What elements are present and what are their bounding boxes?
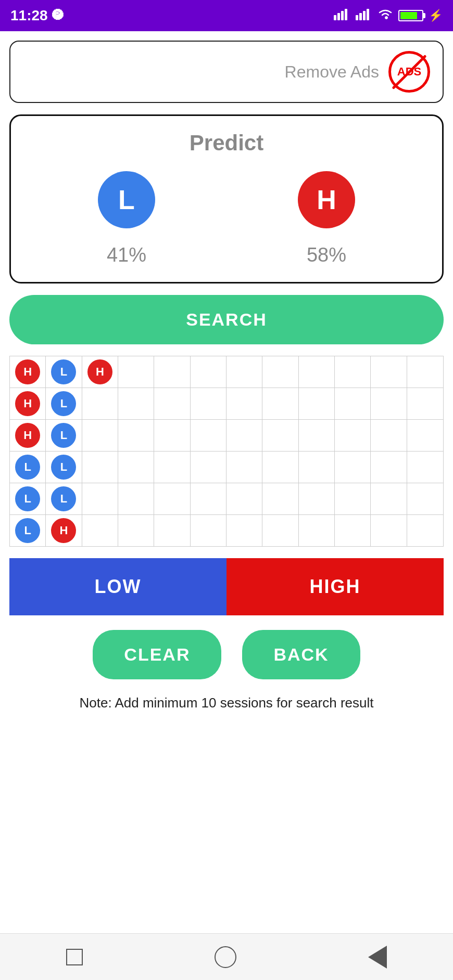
grid-cell[interactable]: [191, 420, 227, 451]
grid-cell[interactable]: H: [46, 515, 82, 546]
remove-ads-banner[interactable]: Remove Ads ADS: [9, 41, 444, 103]
time-display: 11:28: [10, 7, 48, 24]
grid-cell[interactable]: [371, 452, 407, 483]
grid-cell[interactable]: [82, 452, 118, 483]
nav-back-button[interactable]: [368, 946, 387, 969]
grid-cell[interactable]: [191, 515, 227, 546]
high-button[interactable]: HIGH: [227, 558, 444, 615]
grid-cell[interactable]: [191, 452, 227, 483]
grid-cell[interactable]: [118, 356, 154, 388]
grid-row[interactable]: HL: [10, 388, 443, 420]
grid-cell[interactable]: [335, 388, 371, 419]
grid-cell[interactable]: [227, 515, 262, 546]
grid-cell[interactable]: [118, 483, 154, 514]
grid-cell[interactable]: L: [46, 483, 82, 514]
grid-cell[interactable]: [82, 483, 118, 514]
ads-badge[interactable]: ADS: [388, 51, 430, 93]
grid-row[interactable]: LL: [10, 452, 443, 483]
grid-cell[interactable]: [227, 420, 262, 451]
grid-cell[interactable]: [82, 420, 118, 451]
grid-cell[interactable]: [118, 515, 154, 546]
predict-title: Predict: [27, 131, 426, 156]
search-button[interactable]: SEARCH: [9, 295, 444, 344]
grid-cell[interactable]: [407, 452, 443, 483]
grid-cell[interactable]: [262, 388, 298, 419]
grid-cell[interactable]: [154, 388, 190, 419]
grid-cell[interactable]: [262, 452, 298, 483]
grid-cell[interactable]: [299, 483, 335, 514]
cell-circle-low: L: [51, 423, 76, 448]
status-bar-left: 11:28 🅟: [10, 7, 64, 24]
grid-cell[interactable]: [154, 420, 190, 451]
low-button[interactable]: LOW: [9, 558, 227, 615]
grid-cell[interactable]: L: [10, 515, 46, 546]
grid-cell[interactable]: L: [10, 483, 46, 514]
grid-cell[interactable]: [335, 420, 371, 451]
clear-button[interactable]: CLEAR: [93, 630, 221, 679]
grid-cell[interactable]: [335, 515, 371, 546]
grid-row[interactable]: LH: [10, 515, 443, 546]
grid-cell[interactable]: [154, 483, 190, 514]
grid-cell[interactable]: L: [10, 452, 46, 483]
grid-cell[interactable]: [371, 420, 407, 451]
grid-cell[interactable]: [82, 388, 118, 419]
grid-cell[interactable]: [118, 452, 154, 483]
grid-cell[interactable]: [407, 356, 443, 388]
grid-cell[interactable]: [262, 420, 298, 451]
nav-square-button[interactable]: [66, 949, 83, 965]
grid-cell[interactable]: [227, 452, 262, 483]
grid-cell[interactable]: [191, 483, 227, 514]
grid-cell[interactable]: [299, 420, 335, 451]
grid-cell[interactable]: H: [10, 388, 46, 419]
nav-home-button[interactable]: [215, 946, 236, 968]
grid-cell[interactable]: [262, 515, 298, 546]
grid-cell[interactable]: [299, 452, 335, 483]
grid-cell[interactable]: H: [10, 356, 46, 388]
grid-cell[interactable]: [299, 515, 335, 546]
grid-row[interactable]: LL: [10, 483, 443, 515]
grid-cell[interactable]: [154, 515, 190, 546]
grid-cell[interactable]: [299, 388, 335, 419]
grid-cell[interactable]: [191, 356, 227, 388]
back-button[interactable]: BACK: [242, 630, 360, 679]
grid-cell[interactable]: [227, 356, 262, 388]
grid-cell[interactable]: [227, 388, 262, 419]
grid-cell[interactable]: [118, 388, 154, 419]
grid-cell[interactable]: [407, 515, 443, 546]
grid-cell[interactable]: H: [10, 420, 46, 451]
grid-cell[interactable]: [335, 483, 371, 514]
predict-circle-high: H: [298, 171, 355, 228]
grid-cell[interactable]: L: [46, 356, 82, 388]
lh-buttons: LOW HIGH: [9, 558, 444, 615]
grid-cell[interactable]: [371, 483, 407, 514]
wifi-icon: [378, 8, 393, 23]
grid-cell[interactable]: [227, 483, 262, 514]
grid-cell[interactable]: H: [82, 356, 118, 388]
grid-row[interactable]: HL: [10, 420, 443, 452]
grid-cell[interactable]: [407, 483, 443, 514]
grid-cell[interactable]: [262, 356, 298, 388]
grid-cell[interactable]: L: [46, 420, 82, 451]
grid-cell[interactable]: [82, 515, 118, 546]
grid-cell[interactable]: L: [46, 388, 82, 419]
grid-cell[interactable]: L: [46, 452, 82, 483]
predict-percentages: 41% 58%: [27, 244, 426, 266]
remove-ads-text: Remove Ads: [285, 62, 379, 82]
grid-cell[interactable]: [191, 388, 227, 419]
grid-cell[interactable]: [262, 483, 298, 514]
grid-cell[interactable]: [335, 452, 371, 483]
grid-cell[interactable]: [371, 515, 407, 546]
grid-cell[interactable]: [407, 388, 443, 419]
cell-circle-low: L: [15, 455, 40, 480]
grid-cell[interactable]: [118, 420, 154, 451]
grid-cell[interactable]: [154, 356, 190, 388]
cell-circle-low: L: [51, 391, 76, 416]
grid-cell[interactable]: [371, 356, 407, 388]
grid-cell[interactable]: [154, 452, 190, 483]
grid-row[interactable]: HLH: [10, 356, 443, 388]
grid-cell[interactable]: [407, 420, 443, 451]
grid-cell[interactable]: [335, 356, 371, 388]
cell-circle-low: L: [15, 486, 40, 511]
grid-cell[interactable]: [371, 388, 407, 419]
grid-cell[interactable]: [299, 356, 335, 388]
